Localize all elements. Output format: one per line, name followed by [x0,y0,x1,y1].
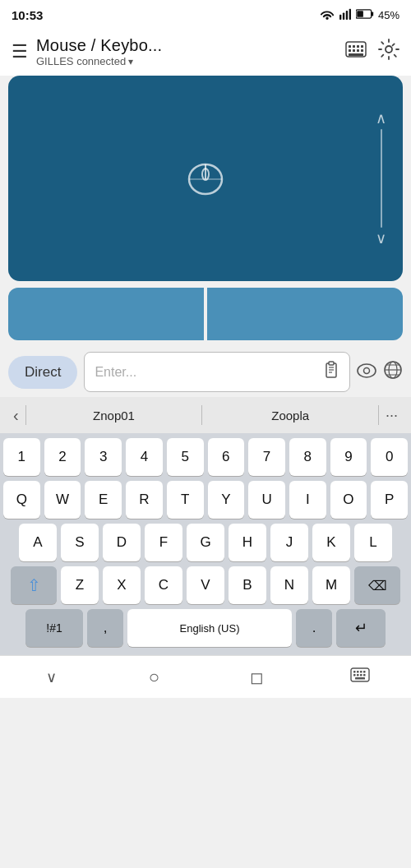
svg-rect-40 [357,674,359,676]
shift-key[interactable]: ⇧ [11,566,57,604]
key-y[interactable]: Y [208,481,245,519]
kb-row-bottom: !#1 , English (US) . ↵ [3,609,408,647]
connection-status[interactable]: GILLES connected ▾ [36,55,162,67]
svg-rect-16 [349,53,363,56]
key-h[interactable]: H [229,524,266,561]
kb-row-asdf: A S D F G H J K L [3,524,408,561]
key-8[interactable]: 8 [289,438,326,476]
bottom-nav: ∨ ○ ◻ [0,655,411,698]
svg-rect-43 [355,677,365,680]
hamburger-icon[interactable]: ☰ [12,43,28,61]
key-u[interactable]: U [248,481,285,519]
app-title: Mouse / Keybo... [36,36,162,55]
clipboard-icon[interactable] [323,361,339,383]
eye-icon[interactable] [357,362,376,383]
battery-icon [356,8,374,22]
scroll-indicator: ∧ ∨ [376,111,386,246]
key-4[interactable]: 4 [126,438,163,476]
key-x[interactable]: X [103,566,141,604]
direct-button[interactable]: Direct [8,356,77,389]
key-t[interactable]: T [167,481,204,519]
key-e[interactable]: E [85,481,122,519]
kb-row-numbers: 1 2 3 4 5 6 7 8 9 0 [3,438,408,476]
special-key[interactable]: !#1 [25,609,83,647]
delete-key[interactable]: ⌫ [354,566,400,604]
subtitle-arrow: ▾ [128,56,133,67]
enter-key[interactable]: ↵ [336,609,386,647]
space-key[interactable]: English (US) [127,609,292,647]
svg-rect-2 [346,11,348,20]
mouse-left-button[interactable] [8,288,204,340]
mouse-right-button[interactable] [207,288,403,340]
text-input-placeholder: Enter... [95,365,136,380]
svg-point-28 [364,367,370,373]
svg-rect-37 [360,671,363,673]
svg-rect-15 [361,49,363,52]
key-l[interactable]: L [354,524,392,561]
svg-rect-11 [361,45,363,48]
title-block: Mouse / Keybo... GILLES connected ▾ [36,36,162,67]
globe-icon[interactable] [383,360,403,385]
key-5[interactable]: 5 [167,438,204,476]
chevron-down-icon: ∨ [376,231,386,246]
svg-rect-35 [353,671,356,673]
comma-key[interactable]: , [87,609,123,647]
svg-rect-12 [349,49,351,52]
key-z[interactable]: Z [61,566,99,604]
autocomplete-bar: ‹ Znop01 Zoopla ··· [0,397,411,433]
key-o[interactable]: O [330,481,367,519]
kb-row-zxcv: ⇧ Z X C V B N M ⌫ [3,566,408,604]
key-i[interactable]: I [289,481,326,519]
key-k[interactable]: K [312,524,350,561]
key-v[interactable]: V [187,566,224,604]
key-d[interactable]: D [103,524,141,561]
touchpad-area[interactable]: ∧ ∨ [8,76,403,281]
mouse-icon [184,148,227,209]
key-w[interactable]: W [44,481,81,519]
svg-point-17 [386,46,392,53]
svg-rect-41 [360,674,363,676]
ac-more-dots[interactable]: ··· [379,407,404,424]
key-m[interactable]: M [312,566,350,604]
svg-rect-38 [363,671,366,673]
key-2[interactable]: 2 [44,438,81,476]
key-c[interactable]: C [145,566,182,604]
nav-back[interactable]: ∨ [0,668,103,686]
key-r[interactable]: R [126,481,163,519]
dot-key[interactable]: . [296,609,332,647]
key-f[interactable]: F [145,524,182,561]
keyboard: 1 2 3 4 5 6 7 8 9 0 Q W E R T Y U I O P … [0,433,411,655]
key-p[interactable]: P [371,481,408,519]
svg-rect-42 [363,674,366,676]
mouse-buttons-row [8,288,403,340]
nav-recent[interactable]: ◻ [206,667,308,687]
nav-home[interactable]: ○ [103,667,206,688]
key-9[interactable]: 9 [330,438,367,476]
key-a[interactable]: A [19,524,57,561]
key-s[interactable]: S [61,524,99,561]
text-input-box[interactable]: Enter... [84,352,350,392]
ac-back-arrow[interactable]: ‹ [7,406,25,425]
key-0[interactable]: 0 [371,438,408,476]
key-1[interactable]: 1 [3,438,40,476]
settings-icon[interactable] [378,39,399,65]
status-bar: 10:53 45% [0,0,411,30]
svg-rect-9 [353,45,355,48]
key-7[interactable]: 7 [248,438,285,476]
key-q[interactable]: Q [3,481,40,519]
top-bar-icons [345,39,399,65]
key-6[interactable]: 6 [208,438,245,476]
key-n[interactable]: N [270,566,308,604]
ac-word-1[interactable]: Znop01 [26,409,202,422]
wifi-icon [320,8,335,22]
nav-keyboard[interactable] [308,667,411,686]
key-g[interactable]: G [187,524,224,561]
key-j[interactable]: J [270,524,308,561]
ac-word-2[interactable]: Zoopla [202,409,378,422]
key-3[interactable]: 3 [85,438,122,476]
svg-rect-14 [357,49,359,52]
svg-rect-23 [329,362,334,365]
keyboard-layout-icon[interactable] [345,41,367,62]
top-bar: ☰ Mouse / Keybo... GILLES connected ▾ [0,30,411,76]
key-b[interactable]: B [229,566,266,604]
